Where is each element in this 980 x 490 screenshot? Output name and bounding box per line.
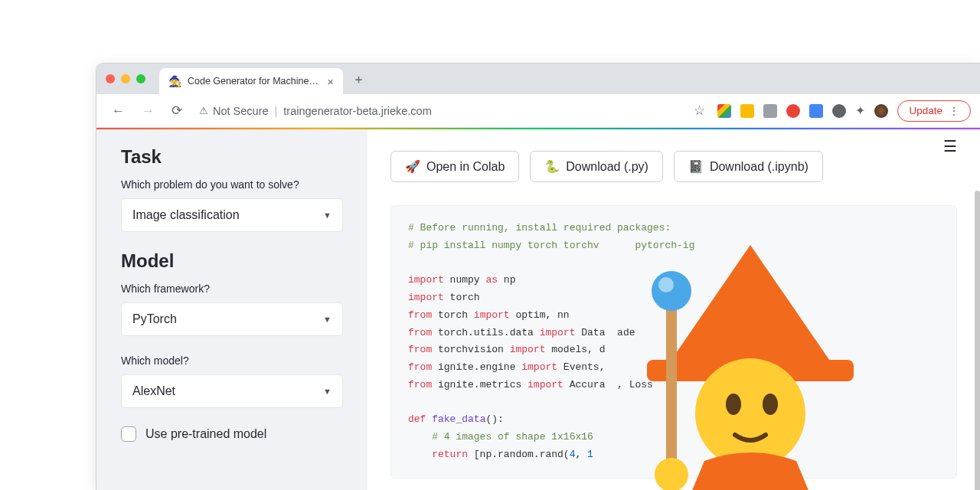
code-text: torchvision bbox=[432, 344, 509, 355]
task-select-value: Image classification bbox=[132, 208, 240, 222]
rocket-icon: 🚀 bbox=[405, 159, 420, 174]
code-text: models, d bbox=[545, 344, 605, 355]
back-button[interactable]: ← bbox=[106, 100, 131, 122]
code-kw: import bbox=[528, 379, 564, 390]
framework-select[interactable]: PyTorch ▼ bbox=[121, 302, 343, 336]
profile-avatar[interactable] bbox=[874, 104, 888, 118]
chevron-down-icon: ▼ bbox=[323, 315, 332, 324]
extension-icon[interactable] bbox=[763, 104, 777, 118]
model-select[interactable]: AlexNet ▼ bbox=[121, 374, 343, 408]
code-text: numpy bbox=[444, 274, 486, 286]
download-py-button[interactable]: 🐍 Download (.py) bbox=[530, 151, 663, 182]
code-num: 1 bbox=[587, 449, 593, 460]
code-kw: from bbox=[408, 327, 432, 338]
code-text: , bbox=[575, 449, 587, 460]
new-tab-button[interactable]: ＋ bbox=[352, 70, 365, 88]
code-text: Data ade bbox=[575, 327, 635, 338]
minimize-window-button[interactable] bbox=[121, 74, 130, 83]
download-py-label: Download (.py) bbox=[566, 160, 648, 174]
colab-label: Open in Colab bbox=[426, 160, 505, 174]
code-block: # Before running, install required packa… bbox=[390, 205, 957, 479]
framework-label: Which framework? bbox=[121, 283, 343, 295]
tab-title: Code Generator for Machine Le bbox=[188, 76, 321, 87]
code-comment: # pip install numpy torch torchv pytorch… bbox=[408, 240, 694, 251]
task-select[interactable]: Image classification ▼ bbox=[121, 198, 343, 232]
url-field[interactable]: ⚠ Not Secure | traingenerator-beta.jriek… bbox=[193, 105, 689, 117]
action-buttons: 🚀 Open in Colab 🐍 Download (.py) 📓 Downl… bbox=[390, 151, 957, 182]
task-heading: Task bbox=[121, 146, 343, 168]
extension-icon[interactable] bbox=[809, 104, 823, 118]
extension-icon[interactable] bbox=[786, 104, 800, 118]
window-controls bbox=[106, 74, 145, 83]
code-text: [np.random.rand( bbox=[468, 449, 570, 460]
download-ipynb-button[interactable]: 📓 Download (.ipynb) bbox=[674, 151, 823, 182]
reload-button[interactable]: ⟳ bbox=[165, 100, 188, 122]
main-panel: ☰ 🚀 Open in Colab 🐍 Download (.py) 📓 Dow… bbox=[368, 129, 980, 490]
pretrained-label: Use pre-trained model bbox=[145, 427, 266, 441]
code-comment: # 4 images of shape 1x16x16 bbox=[408, 431, 593, 443]
sidebar: Task Which problem do you want to solve?… bbox=[96, 129, 368, 490]
code-kw: import bbox=[474, 309, 510, 321]
close-window-button[interactable] bbox=[106, 74, 115, 83]
code-fn: fake_data bbox=[432, 413, 485, 425]
tab-bar: 🧙 Code Generator for Machine Le × ＋ bbox=[96, 64, 980, 94]
code-kw: import bbox=[408, 292, 444, 303]
code-kw: from bbox=[408, 309, 432, 321]
code-comment: # Before running, install required packa… bbox=[408, 222, 671, 234]
notebook-icon: 📓 bbox=[688, 159, 704, 174]
code-kw: import bbox=[521, 361, 557, 373]
browser-window: 🧙 Code Generator for Machine Le × ＋ ← → … bbox=[96, 63, 980, 490]
open-colab-button[interactable]: 🚀 Open in Colab bbox=[390, 151, 519, 182]
code-text: (): bbox=[485, 413, 503, 425]
code-text: np bbox=[498, 274, 515, 286]
code-text: ignite.engine bbox=[432, 361, 521, 373]
url-host: traingenerator-beta.jrieke.com bbox=[283, 105, 431, 117]
bookmark-star-icon[interactable]: ☆ bbox=[694, 103, 705, 119]
update-label: Update bbox=[909, 105, 942, 116]
framework-select-value: PyTorch bbox=[132, 312, 177, 326]
code-text: ignite.metrics bbox=[432, 379, 528, 390]
code-kw: from bbox=[408, 379, 432, 390]
download-ipynb-label: Download (.ipynb) bbox=[710, 160, 808, 174]
code-kw: import bbox=[510, 344, 546, 355]
model-label: Which model? bbox=[121, 354, 343, 367]
code-text: torch bbox=[432, 309, 474, 321]
extension-icon[interactable] bbox=[717, 104, 731, 118]
code-kw: from bbox=[408, 344, 432, 355]
code-text: torch.utils.data bbox=[432, 327, 539, 338]
url-separator: | bbox=[275, 105, 278, 117]
code-text: optim, nn bbox=[510, 309, 570, 321]
model-heading: Model bbox=[121, 250, 343, 272]
chevron-down-icon: ▼ bbox=[323, 211, 332, 220]
tab-close-icon[interactable]: × bbox=[327, 75, 334, 88]
browser-tab[interactable]: 🧙 Code Generator for Machine Le × bbox=[159, 68, 343, 94]
warning-icon: ⚠ bbox=[199, 105, 208, 116]
address-bar: ← → ⟳ ⚠ Not Secure | traingenerator-beta… bbox=[96, 94, 980, 128]
code-text: Events, te_supervi bbox=[557, 361, 826, 373]
extension-icon[interactable] bbox=[740, 104, 754, 118]
hamburger-menu-icon[interactable]: ☰ bbox=[943, 137, 957, 155]
snake-icon: 🐍 bbox=[544, 159, 560, 174]
code-kw: import bbox=[540, 327, 576, 338]
pretrained-checkbox[interactable] bbox=[121, 426, 136, 442]
menu-dots-icon: ⋮ bbox=[949, 105, 959, 117]
maximize-window-button[interactable] bbox=[136, 74, 145, 83]
code-kw: import bbox=[408, 274, 444, 286]
main-scrollbar[interactable] bbox=[975, 191, 980, 490]
code-kw: from bbox=[408, 361, 432, 373]
tab-favicon: 🧙 bbox=[168, 75, 181, 87]
chevron-down-icon: ▼ bbox=[323, 387, 332, 396]
code-kw: as bbox=[485, 274, 498, 286]
extensions-puzzle-icon[interactable]: ✦ bbox=[855, 103, 865, 118]
not-secure-label: Not Secure bbox=[213, 105, 269, 117]
task-label: Which problem do you want to solve? bbox=[121, 178, 343, 191]
pretrained-checkbox-row[interactable]: Use pre-trained model bbox=[121, 426, 343, 442]
code-text: Accura , Loss bbox=[564, 379, 653, 390]
update-button[interactable]: Update ⋮ bbox=[897, 100, 971, 122]
model-select-value: AlexNet bbox=[132, 384, 175, 398]
forward-button[interactable]: → bbox=[136, 100, 161, 122]
security-indicator: ⚠ Not Secure bbox=[199, 105, 269, 117]
app-content: Task Which problem do you want to solve?… bbox=[96, 129, 980, 490]
extension-icon[interactable] bbox=[832, 104, 846, 118]
code-text: torch bbox=[444, 292, 480, 303]
